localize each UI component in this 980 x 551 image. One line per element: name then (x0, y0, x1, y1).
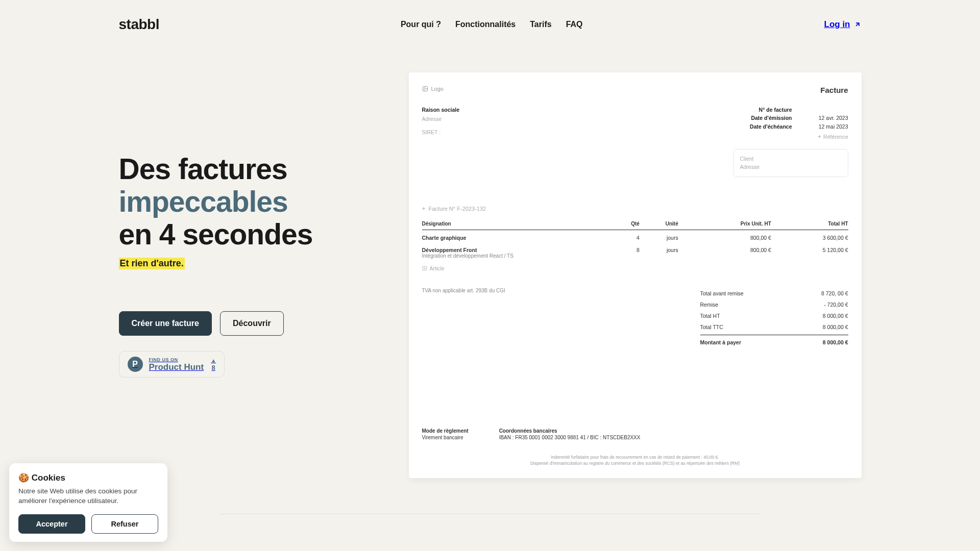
legal-line2: Dispensé d'immatriculation au registre d… (422, 461, 848, 467)
col-designation: Désignation (422, 218, 614, 230)
login-link[interactable]: Log in (824, 19, 862, 30)
payment-mode-val: Virement bancaire (422, 435, 469, 440)
line-qty: 4 (614, 230, 640, 242)
invoice-client-box: Client Adresse (733, 149, 848, 177)
table-row: Charte graphique 4 jours 800,00 € 3 600,… (422, 230, 848, 242)
line-name: Charte graphique (422, 235, 614, 241)
total-ht-label: Total HT (700, 313, 720, 319)
cookie-banner: 🍪 Cookies Notre site Web utilise des coo… (9, 463, 167, 542)
nav-fonctionnalites[interactable]: Fonctionnalités (455, 20, 516, 29)
total-ttc-val: 8 000,00 € (823, 324, 848, 330)
plus-icon: + (422, 206, 426, 212)
line-pu: 800,00 € (678, 242, 771, 260)
total-before-discount-label: Total avant remise (700, 290, 744, 296)
invoice-issue-label: Date d'émission (751, 114, 792, 122)
line-sub: Intégration et développement React / TS (422, 253, 614, 259)
amount-due-label: Montant à payer (700, 339, 742, 345)
hero-tagline: Et rien d'autre. (119, 258, 185, 269)
svg-point-1 (424, 88, 425, 89)
line-unit: jours (640, 230, 678, 242)
invoice-logo-label: Logo (431, 86, 444, 92)
ph-find-us: FIND US ON (149, 357, 204, 362)
product-hunt-badge[interactable]: P FIND US ON Product Hunt ▲ 8 (119, 351, 225, 378)
plus-icon: + (818, 134, 821, 140)
ph-count: 8 (211, 364, 215, 371)
legal-line1: Indemnité forfaitaire pour frais de reco… (422, 455, 848, 461)
invoice-title: Facture (820, 86, 848, 94)
invoice-due-label: Date d'échéance (750, 122, 792, 131)
login-label: Log in (824, 19, 850, 30)
invoice-number-text: Facture N° F-2023-132 (429, 206, 486, 212)
line-unit: jours (640, 242, 678, 260)
amount-due-val: 8 000,00 € (823, 339, 848, 345)
invoice-reference: +Référence (733, 133, 848, 141)
col-total: Total HT (771, 218, 848, 230)
discount-val: - 720,00 € (824, 302, 848, 308)
total-ttc-label: Total TTC (700, 324, 723, 330)
invoice-line-items: Désignation Qté Unité Prix Unit. HT Tota… (422, 218, 848, 260)
cookie-title: 🍪 Cookies (18, 472, 158, 483)
invoice-company: Raison sociale (422, 106, 460, 115)
nav-tarifs[interactable]: Tarifs (530, 20, 551, 29)
add-article: Article (422, 265, 848, 271)
line-name: Développement Front (422, 247, 614, 253)
invoice-client-address: Adresse (740, 163, 842, 171)
section-divider (219, 514, 761, 514)
nav-pour-qui[interactable]: Pour qui ? (401, 20, 441, 29)
payment-mode-label: Mode de règlement (422, 428, 469, 434)
cta-discover-button[interactable]: Découvrir (220, 311, 284, 336)
arrow-up-right-icon (854, 21, 861, 28)
invoice-client-label: Client (740, 155, 842, 163)
invoice-siret: SIRET : (422, 128, 460, 137)
hero-line2: impeccables (119, 185, 288, 218)
main-nav: Pour qui ? Fonctionnalités Tarifs FAQ (401, 20, 583, 29)
hero-line1: Des factures (119, 153, 287, 185)
product-hunt-icon: P (128, 357, 143, 372)
invoice-ref-label: Référence (823, 133, 848, 141)
cta-create-invoice-button[interactable]: Créer une facture (119, 311, 212, 336)
invoice-logo-placeholder: Logo (422, 86, 444, 92)
line-qty: 8 (614, 242, 640, 260)
line-total: 5 120,00 € (771, 242, 848, 260)
invoice-totals: Total avant remise8 720, 00 € Remise- 72… (700, 288, 848, 348)
col-unit: Unité (640, 218, 678, 230)
invoice-from: Raison sociale Adresse SIRET : (422, 106, 460, 177)
tva-note: TVA non applicable art. 293B du CGI (422, 288, 505, 293)
image-icon (422, 86, 428, 92)
discount-label: Remise (700, 302, 719, 308)
brand-logo[interactable]: stabbl (119, 16, 159, 33)
total-ht-val: 8 000,00 € (823, 313, 848, 319)
invoice-due-date: 12 mai 2023 (813, 122, 848, 131)
col-qty: Qté (614, 218, 640, 230)
plus-square-icon (422, 266, 427, 271)
invoice-address: Adresse (422, 115, 460, 124)
cookie-body: Notre site Web utilise des cookies pour … (18, 486, 158, 506)
cookie-accept-button[interactable]: Accepter (18, 514, 85, 534)
total-before-discount-val: 8 720, 00 € (821, 290, 848, 296)
line-total: 3 600,00 € (771, 230, 848, 242)
col-unit-price: Prix Unit. HT (678, 218, 771, 230)
line-pu: 800,00 € (678, 230, 771, 242)
invoice-payment: Mode de règlementVirement bancaire Coord… (422, 428, 848, 440)
table-row: Développement FrontIntégration et dévelo… (422, 242, 848, 260)
cookie-refuse-button[interactable]: Refuser (91, 514, 158, 534)
hero-heading: Des factures impeccables en 4 secondes (119, 153, 364, 251)
invoice-legal: Indemnité forfaitaire pour frais de reco… (422, 455, 848, 467)
bank-val: IBAN : FR35 0001 0002 3000 9881 41 / BIC… (499, 435, 641, 440)
hero-line3: en 4 secondes (119, 218, 313, 251)
invoice-number: +Facture N° F-2023-132 (422, 206, 848, 212)
invoice-num-label: N° de facture (759, 106, 792, 114)
invoice-issue-date: 12 avr. 2023 (813, 114, 848, 122)
nav-faq[interactable]: FAQ (566, 20, 583, 29)
bank-label: Coordonnées bancaires (499, 428, 641, 434)
invoice-preview: Logo Facture Raison sociale Adresse SIRE… (409, 72, 862, 478)
add-article-label: Article (430, 265, 445, 271)
invoice-dates: N° de facture Date d'émission12 avr. 202… (733, 106, 848, 177)
hero-copy: Des factures impeccables en 4 secondes E… (119, 72, 364, 478)
ph-name: Product Hunt (149, 362, 204, 372)
header: stabbl Pour qui ? Fonctionnalités Tarifs… (119, 0, 862, 33)
upvote-icon: ▲ (211, 358, 216, 363)
